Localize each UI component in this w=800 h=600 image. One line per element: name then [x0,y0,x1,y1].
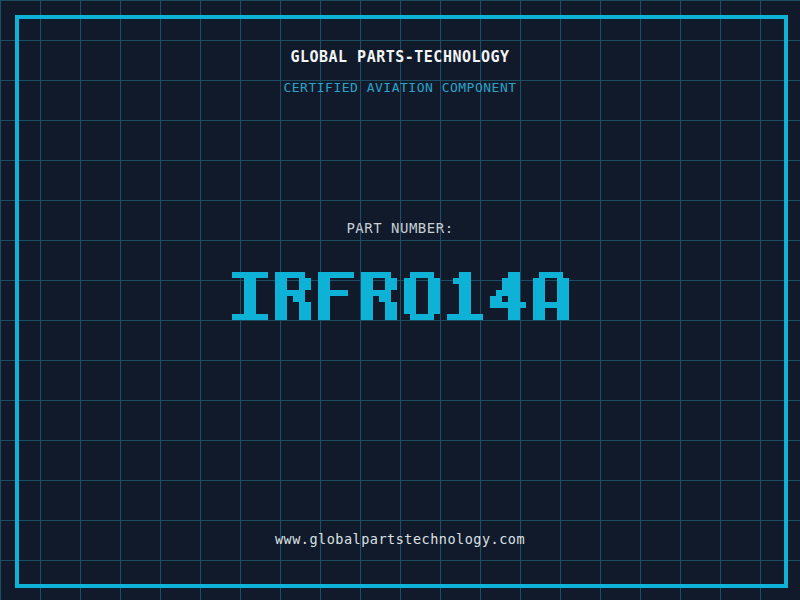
blueprint-page: GLOBAL PARTS-TECHNOLOGY CERTIFIED AVIATI… [0,0,800,600]
certification-subtitle: CERTIFIED AVIATION COMPONENT [0,80,800,95]
part-number-label: PART NUMBER: [0,220,800,236]
footer-url: www.globalpartstechnology.com [0,531,800,547]
company-title: GLOBAL PARTS-TECHNOLOGY [0,48,800,66]
part-number-pixel-text [232,272,569,320]
part-number-display [0,272,800,324]
